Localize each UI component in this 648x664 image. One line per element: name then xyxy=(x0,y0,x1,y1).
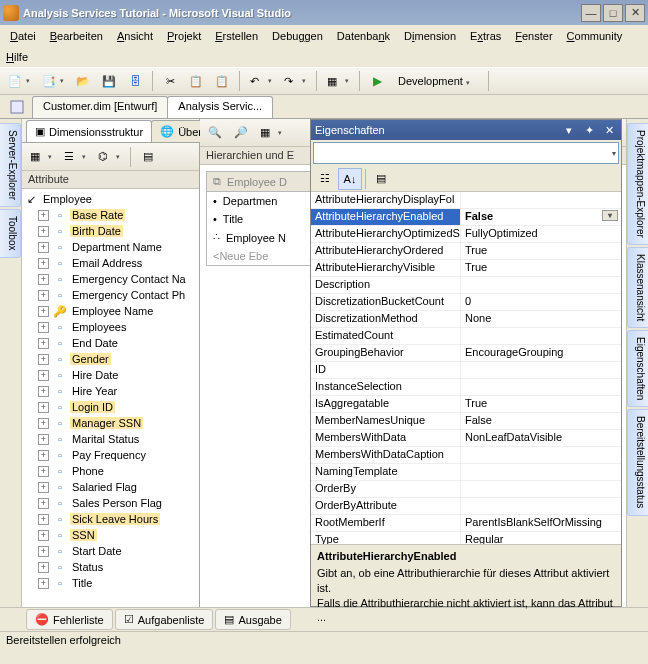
output-tab[interactable]: ▤Ausgabe xyxy=(215,609,290,630)
tree-item[interactable]: +🔑Employee Name xyxy=(22,303,199,319)
nav-doc-icon[interactable] xyxy=(10,100,24,114)
error-list-tab[interactable]: ⛔Fehlerliste xyxy=(26,609,113,630)
property-row[interactable]: AttributeHierarchyOrderedTrue xyxy=(311,243,621,260)
copy-button[interactable]: 📋 xyxy=(185,70,207,92)
property-value[interactable]: Regular xyxy=(461,532,621,544)
property-value[interactable]: True xyxy=(461,396,621,412)
tree-root-employee[interactable]: ↙ Employee xyxy=(22,191,199,207)
expand-icon[interactable]: + xyxy=(38,258,49,269)
tab-dimensionsstruktur[interactable]: ▣ Dimensionsstruktur xyxy=(26,120,152,142)
property-value[interactable]: None xyxy=(461,311,621,327)
property-value[interactable] xyxy=(461,379,621,395)
property-value[interactable]: EncourageGrouping xyxy=(461,345,621,361)
find-button[interactable]: 🔎 xyxy=(230,122,252,144)
tree-item[interactable]: +▫Salaried Flag xyxy=(22,479,199,495)
tree-item[interactable]: +▫Marital Status xyxy=(22,431,199,447)
new-project-button[interactable]: 📄 xyxy=(4,70,34,92)
tree-item[interactable]: +▫Email Address xyxy=(22,255,199,271)
view-list-button[interactable]: ☰ xyxy=(60,146,90,168)
properties-tab[interactable]: Eigenschaften xyxy=(627,330,648,407)
categorized-button[interactable]: ☷ xyxy=(313,168,337,190)
tree-item[interactable]: +▫Pay Frequency xyxy=(22,447,199,463)
add-attribute-button[interactable]: ▦ xyxy=(26,146,56,168)
menu-datenbank[interactable]: Datenbank xyxy=(331,28,396,44)
tree-item[interactable]: +▫Manager SSN xyxy=(22,415,199,431)
property-value[interactable] xyxy=(461,464,621,480)
expand-icon[interactable]: + xyxy=(38,306,49,317)
property-value[interactable]: True xyxy=(461,260,621,276)
start-debug-button[interactable]: ▶ xyxy=(366,70,388,92)
property-row[interactable]: TypeRegular xyxy=(311,532,621,544)
expand-icon[interactable]: + xyxy=(38,386,49,397)
properties-titlebar[interactable]: Eigenschaften ▾ ✦ ✕ xyxy=(311,120,621,140)
deployment-status-tab[interactable]: Bereitstellungsstatus xyxy=(627,409,648,515)
show-table-button[interactable]: ▤ xyxy=(137,146,159,168)
property-value[interactable] xyxy=(461,447,621,463)
tree-item[interactable]: +▫Sales Person Flag xyxy=(22,495,199,511)
expand-icon[interactable]: + xyxy=(38,498,49,509)
property-value[interactable]: False xyxy=(461,413,621,429)
dropdown-icon[interactable]: ▾ xyxy=(561,123,577,137)
expand-icon[interactable]: + xyxy=(38,242,49,253)
expand-icon[interactable]: + xyxy=(38,546,49,557)
solution-explorer-tab[interactable]: Projektmappen-Explorer xyxy=(627,123,648,245)
expand-icon[interactable]: + xyxy=(38,562,49,573)
property-value[interactable] xyxy=(461,277,621,293)
property-row[interactable]: Description xyxy=(311,277,621,294)
add-item-button[interactable]: 📑 xyxy=(38,70,68,92)
expand-icon[interactable]: + xyxy=(38,354,49,365)
property-value[interactable]: NonLeafDataVisible xyxy=(461,430,621,446)
undo-button[interactable]: ↶ xyxy=(246,70,276,92)
configuration-dropdown[interactable]: Development ▾ xyxy=(392,75,482,87)
expand-icon[interactable]: + xyxy=(38,338,49,349)
tree-item[interactable]: +▫Emergency Contact Na xyxy=(22,271,199,287)
property-value[interactable] xyxy=(461,362,621,378)
property-row[interactable]: EstimatedCount xyxy=(311,328,621,345)
property-row[interactable]: NamingTemplate xyxy=(311,464,621,481)
property-row[interactable]: MembersWithDataNonLeafDataVisible xyxy=(311,430,621,447)
tree-item[interactable]: +▫Start Date xyxy=(22,543,199,559)
property-row[interactable]: MembersWithDataCaption xyxy=(311,447,621,464)
tree-item[interactable]: +▫Sick Leave Hours xyxy=(22,511,199,527)
menu-ansicht[interactable]: Ansicht xyxy=(111,28,159,44)
menu-erstellen[interactable]: Erstellen xyxy=(209,28,264,44)
expand-icon[interactable]: + xyxy=(38,370,49,381)
cut-button[interactable]: ✂ xyxy=(159,70,181,92)
attributes-tree[interactable]: ↙ Employee +▫Base Rate+▫Birth Date+▫Depa… xyxy=(22,189,199,607)
property-value[interactable] xyxy=(461,481,621,497)
menu-bearbeiten[interactable]: Bearbeiten xyxy=(44,28,109,44)
pin-icon[interactable]: ✦ xyxy=(581,123,597,137)
property-row[interactable]: DiscretizationBucketCount0 xyxy=(311,294,621,311)
property-row[interactable]: RootMemberIfParentIsBlankSelfOrMissing xyxy=(311,515,621,532)
menu-debuggen[interactable]: Debuggen xyxy=(266,28,329,44)
property-row[interactable]: InstanceSelection xyxy=(311,379,621,396)
property-value[interactable]: True xyxy=(461,243,621,259)
property-value[interactable]: FullyOptimized xyxy=(461,226,621,242)
zoom-button[interactable]: 🔍 xyxy=(204,122,226,144)
tree-item[interactable]: +▫End Date xyxy=(22,335,199,351)
maximize-button[interactable]: □ xyxy=(603,4,623,22)
expand-icon[interactable]: + xyxy=(38,482,49,493)
table-view-button[interactable]: ▦ xyxy=(256,122,286,144)
tree-item[interactable]: +▫Gender xyxy=(22,351,199,367)
expand-icon[interactable]: + xyxy=(38,450,49,461)
expand-icon[interactable]: + xyxy=(38,530,49,541)
menu-hilfe[interactable]: Hilfe xyxy=(6,51,28,63)
property-row[interactable]: AttributeHierarchyEnabledFalse xyxy=(311,209,621,226)
expand-icon[interactable]: + xyxy=(38,322,49,333)
tree-item[interactable]: +▫Status xyxy=(22,559,199,575)
close-panel-icon[interactable]: ✕ xyxy=(601,123,617,137)
property-row[interactable]: AttributeHierarchyDisplayFol xyxy=(311,192,621,209)
class-view-tab[interactable]: Klassenansicht xyxy=(627,247,648,328)
expand-icon[interactable]: + xyxy=(38,226,49,237)
property-row[interactable]: IsAggregatableTrue xyxy=(311,396,621,413)
menu-extras[interactable]: Extras xyxy=(464,28,507,44)
property-value[interactable]: False xyxy=(461,209,621,225)
expand-icon[interactable]: + xyxy=(38,402,49,413)
property-row[interactable]: MemberNamesUniqueFalse xyxy=(311,413,621,430)
toolbox-tab[interactable]: Toolbox xyxy=(0,209,21,257)
property-row[interactable]: OrderBy xyxy=(311,481,621,498)
tree-item[interactable]: +▫Base Rate xyxy=(22,207,199,223)
property-value[interactable] xyxy=(461,328,621,344)
tree-item[interactable]: +▫Birth Date xyxy=(22,223,199,239)
